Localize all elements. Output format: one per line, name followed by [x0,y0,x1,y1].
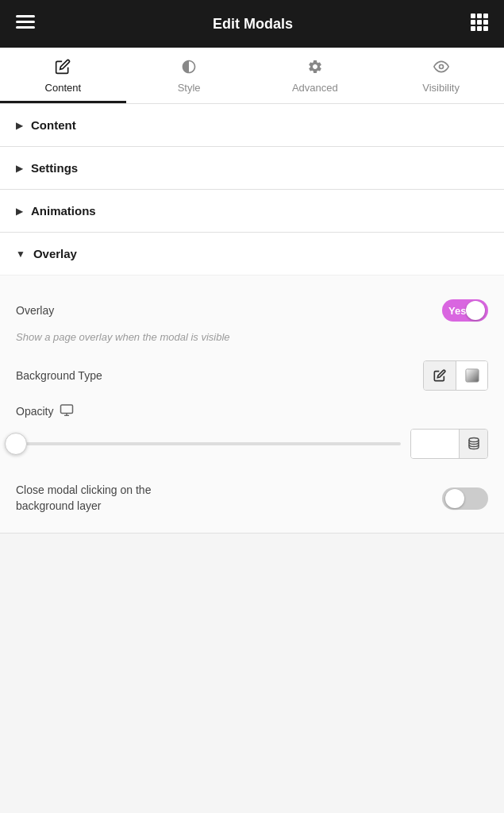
main-content: ▶ Content ▶ Settings ▶ Animations ▼ Over… [0,104,504,534]
svg-rect-9 [471,26,475,31]
svg-rect-14 [61,405,73,414]
tab-advanced[interactable]: Advanced [252,48,379,103]
svg-rect-1 [16,21,35,23]
slider-thumb[interactable] [5,433,27,455]
close-modal-label: Close modal clicking on the background l… [16,483,190,514]
tab-style-label: Style [178,82,201,94]
overlay-helper-text: Show a page overlay when the modal is vi… [16,329,488,353]
close-modal-toggle[interactable]: No [442,487,488,510]
svg-point-12 [439,65,443,69]
tab-style[interactable]: Style [126,48,252,103]
overlay-content: Overlay Yes Show a page overlay when the… [0,275,504,533]
settings-section-label: Settings [31,161,78,175]
tab-visibility[interactable]: Visibility [378,48,504,103]
bg-type-group [423,360,488,391]
tab-content[interactable]: Content [0,48,126,103]
svg-rect-10 [477,26,482,31]
svg-rect-2 [16,26,35,29]
bg-type-row: Background Type [16,353,488,399]
svg-rect-3 [471,13,475,18]
svg-point-15 [469,438,479,442]
overlay-toggle-row: Overlay Yes [16,291,488,329]
slider-track [16,442,401,445]
eye-icon [433,59,449,77]
style-icon [181,59,197,77]
hamburger-icon[interactable] [16,15,35,33]
animations-arrow: ▶ [16,206,23,217]
overlay-toggle-thumb [466,301,485,320]
close-modal-row: Close modal clicking on the background l… [16,475,488,514]
bg-type-color-btn[interactable] [424,361,456,390]
tab-content-label: Content [45,82,82,94]
section-animations[interactable]: ▶ Animations [0,190,504,233]
svg-rect-0 [16,15,35,17]
animations-section-label: Animations [31,204,96,218]
tab-bar: Content Style Advanced Visibility [0,48,504,104]
opacity-label: Opacity [16,405,53,418]
overlay-toggle-label: Overlay [16,304,54,317]
close-modal-toggle-thumb [445,489,464,508]
app-header: Edit Modals [0,0,504,48]
section-overlay: ▼ Overlay Overlay Yes Show a page overla… [0,233,504,534]
pencil-icon [55,59,71,77]
overlay-toggle-track[interactable]: Yes [442,299,488,322]
content-section-label: Content [31,118,76,132]
tab-advanced-label: Advanced [292,82,338,94]
section-content[interactable]: ▶ Content [0,104,504,147]
monitor-icon [60,403,74,419]
svg-rect-7 [477,20,482,25]
overlay-arrow: ▼ [16,249,25,260]
overlay-section-label: Overlay [33,247,77,260]
svg-rect-8 [483,20,488,25]
content-arrow: ▶ [16,120,23,131]
svg-rect-6 [471,20,475,25]
close-modal-toggle-track[interactable]: No [442,487,488,510]
opacity-slider[interactable] [16,431,401,457]
slider-row [16,422,488,475]
tab-visibility-label: Visibility [422,82,460,94]
svg-rect-13 [465,369,478,382]
grid-icon[interactable] [471,13,488,34]
svg-rect-5 [483,13,488,18]
opacity-input-group [410,429,488,459]
database-icon[interactable] [459,430,487,458]
bg-type-gradient-btn[interactable] [456,361,487,390]
overlay-header[interactable]: ▼ Overlay [0,233,504,275]
overlay-toggle[interactable]: Yes [442,299,488,322]
bg-type-label: Background Type [16,369,102,382]
overlay-toggle-yes: Yes [448,305,466,317]
gear-icon [307,59,323,77]
opacity-row: Opacity [16,399,488,422]
svg-rect-11 [483,26,488,31]
opacity-value-input[interactable] [411,430,459,458]
settings-arrow: ▶ [16,163,23,174]
section-settings[interactable]: ▶ Settings [0,147,504,190]
page-title: Edit Modals [213,16,293,33]
svg-rect-4 [477,13,482,18]
